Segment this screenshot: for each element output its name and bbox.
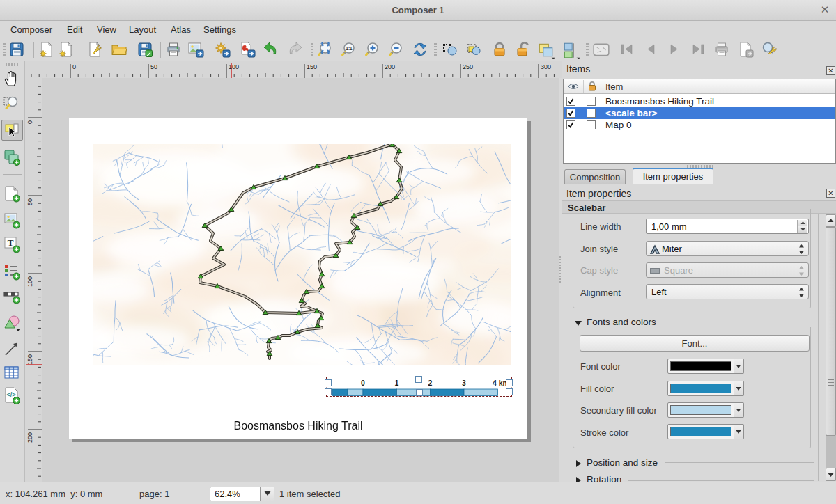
svg-text:T: T (8, 237, 14, 248)
svg-text:</>: </> (6, 391, 15, 398)
svg-text:200: 200 (26, 432, 33, 443)
svg-text:0: 0 (26, 120, 33, 124)
svg-text:150: 150 (26, 354, 33, 365)
svg-text:100: 100 (26, 276, 33, 287)
svg-text:1:1: 1:1 (346, 46, 353, 51)
svg-text:50: 50 (26, 198, 33, 205)
